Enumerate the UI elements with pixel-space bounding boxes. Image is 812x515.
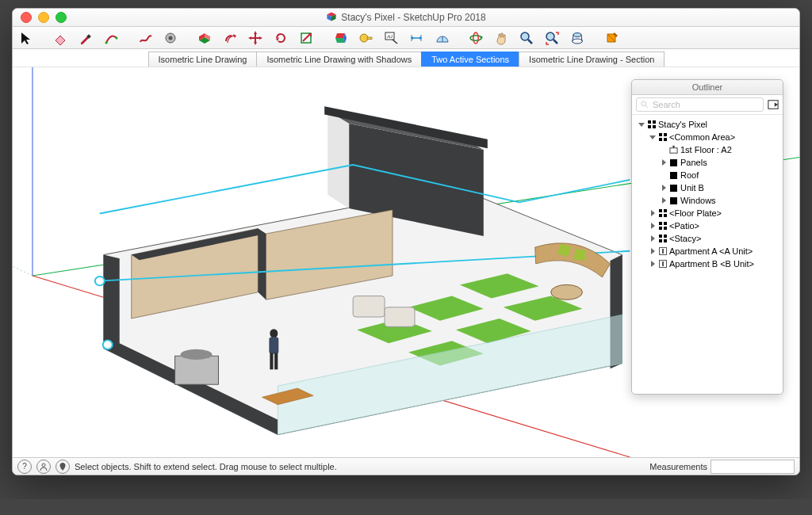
component-icon	[658, 260, 667, 269]
svg-line-43	[528, 40, 532, 44]
outliner-row[interactable]: <Patio>	[634, 219, 780, 232]
pan-icon	[494, 31, 508, 45]
pencil-tool[interactable]	[79, 31, 93, 45]
zoom-extents-icon	[545, 31, 559, 45]
svg-point-39	[470, 35, 481, 40]
outliner-panel[interactable]: Outliner Search Stacy's Pixel<Common Are…	[631, 79, 783, 395]
svg-marker-104	[651, 248, 655, 254]
section-tool[interactable]	[604, 31, 619, 45]
app-window: Stacy's Pixel - SketchUp Pro 2018 A1 Iso…	[12, 8, 800, 475]
move-tool[interactable]	[248, 31, 262, 45]
disclosure-closed-icon[interactable]	[649, 235, 656, 242]
measurements-input[interactable]	[710, 460, 795, 474]
orbit-tool[interactable]	[469, 31, 483, 45]
freehand-tool[interactable]	[138, 31, 152, 45]
group-open-icon	[658, 133, 667, 142]
zoom-icon	[519, 31, 534, 45]
disclosure-closed-icon[interactable]	[660, 185, 667, 192]
disclosure-open-icon[interactable]	[638, 121, 645, 128]
material-tool[interactable]	[333, 31, 347, 45]
outliner-row[interactable]: Panels	[634, 156, 780, 169]
outliner-row[interactable]: Unit B	[634, 181, 780, 194]
group-open-icon	[658, 209, 667, 218]
arc-icon	[104, 31, 118, 45]
disclosure-closed-icon[interactable]	[660, 197, 667, 204]
svg-rect-29	[367, 37, 372, 40]
outliner-row[interactable]: 1st Floor : A2	[634, 143, 780, 156]
outliner-tree[interactable]: Stacy's Pixel<Common Area>1st Floor : A2…	[632, 115, 783, 394]
disclosure-open-icon[interactable]	[649, 134, 656, 141]
scene-tab[interactable]: Two Active Sections	[421, 52, 519, 67]
scene-tab[interactable]: Isometric Line Drawing with Shadows	[256, 52, 422, 67]
model-viewport[interactable]: Outliner Search Stacy's Pixel<Common Are…	[13, 67, 799, 457]
offset-tool[interactable]	[223, 31, 237, 45]
status-bar: ? Select objects. Shift to extend select…	[13, 457, 799, 475]
geo-button[interactable]	[56, 460, 70, 474]
tape-icon	[358, 31, 373, 45]
svg-rect-87	[270, 353, 273, 369]
svg-marker-100	[662, 197, 666, 204]
svg-marker-105	[651, 261, 655, 267]
scene-tab[interactable]: Isometric Line Drawing - Section	[519, 52, 665, 67]
shapes-icon	[163, 31, 178, 45]
outliner-details-button[interactable]	[768, 99, 779, 110]
outliner-row[interactable]: <Common Area>	[634, 131, 780, 143]
protractor-tool[interactable]	[435, 31, 449, 45]
disclosure-closed-icon[interactable]	[660, 159, 667, 166]
dim-tool[interactable]	[409, 31, 423, 45]
outliner-row[interactable]: Apartment B <B Unit>	[634, 258, 780, 270]
outliner-row-label: <Common Area>	[669, 132, 735, 142]
outliner-row[interactable]: Stacy's Pixel	[634, 118, 780, 131]
outliner-row[interactable]: Windows	[634, 194, 780, 207]
svg-point-7	[105, 41, 108, 44]
help-button[interactable]: ?	[17, 460, 32, 474]
scene-tab[interactable]: Isometric Line Drawing	[148, 52, 258, 67]
svg-marker-69	[327, 111, 349, 208]
scene-tab-bar: Isometric Line DrawingIsometric Line Dra…	[13, 49, 799, 67]
window-title: Stacy's Pixel - SketchUp Pro 2018	[341, 12, 485, 23]
eraser-tool[interactable]	[53, 31, 67, 45]
outliner-row[interactable]: Apartment A <A Unit>	[634, 245, 780, 258]
disclosure-closed-icon[interactable]	[649, 210, 656, 217]
svg-point-28	[360, 34, 368, 42]
select-tool[interactable]	[19, 31, 33, 45]
outliner-row-label: <Floor Plate>	[669, 208, 722, 218]
disclosure-closed-icon[interactable]	[649, 223, 656, 230]
disclosure-closed-icon[interactable]	[649, 248, 656, 255]
tape-tool[interactable]	[358, 31, 373, 45]
arc-tool[interactable]	[104, 31, 118, 45]
move-icon	[248, 31, 262, 45]
material-icon	[333, 31, 347, 45]
svg-point-81	[551, 284, 583, 299]
outliner-row-label: 1st Floor : A2	[680, 145, 732, 154]
pan-tool[interactable]	[494, 31, 508, 45]
pushpull-icon	[197, 31, 212, 45]
outliner-row[interactable]: <Stacy>	[634, 232, 780, 245]
svg-marker-20	[259, 36, 262, 40]
outliner-row[interactable]: Roof	[634, 169, 780, 181]
outliner-search-input[interactable]: Search	[636, 97, 764, 112]
offset-icon	[223, 31, 237, 45]
zoom-extents-tool[interactable]	[545, 31, 559, 45]
text-tool[interactable]: A1	[384, 31, 398, 45]
svg-point-106	[42, 464, 45, 467]
user-button[interactable]	[36, 460, 51, 474]
zoom-tool[interactable]	[519, 31, 534, 45]
group-open-icon	[647, 120, 656, 129]
svg-rect-77	[353, 296, 385, 317]
outliner-arrow-spacer	[660, 147, 667, 154]
outliner-row-label: Unit B	[680, 183, 704, 193]
shapes-tool[interactable]	[163, 31, 178, 45]
main-toolbar: A1	[13, 27, 799, 49]
walk-tool[interactable]	[570, 31, 584, 45]
pushpull-tool[interactable]	[197, 31, 212, 45]
scale-tool[interactable]	[299, 31, 313, 45]
outliner-row-label: Windows	[680, 196, 716, 205]
svg-marker-41	[481, 36, 483, 40]
disclosure-closed-icon[interactable]	[649, 261, 656, 268]
outliner-row[interactable]: <Floor Plate>	[634, 207, 780, 219]
rotate-tool[interactable]	[274, 31, 288, 45]
rotate-icon	[274, 31, 288, 45]
svg-rect-78	[385, 307, 415, 327]
scene-tab-label: Isometric Line Drawing with Shadows	[266, 55, 412, 64]
